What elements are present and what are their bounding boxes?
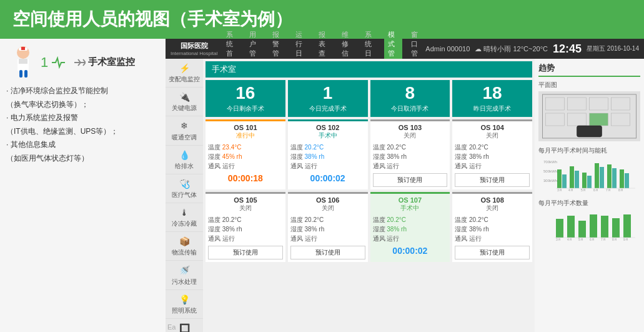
room-107-timer: 00:00:02 <box>373 246 448 256</box>
chart2-svg: 3月 4月 5月 6月 7月 8月 9月 <box>538 209 638 241</box>
feature-4: （IT供电、绝缘监测、UPS等）； <box>6 125 159 139</box>
weather-label: ☁ 晴转小雨 12°C~20°C <box>475 44 548 54</box>
sidebar-item-cold[interactable]: 🌡 冷冻冷藏 <box>166 203 203 232</box>
feature-6: （如医用气体状态灯等） <box>6 152 159 166</box>
svg-text:4月: 4月 <box>567 238 572 241</box>
sidebar-item-water[interactable]: 💧 给排水 <box>166 146 203 174</box>
sidebar-item-key-power[interactable]: 🔌 关键电源 <box>166 88 203 116</box>
stat-label-cancelled: 今日取消手术 <box>373 104 448 113</box>
feature-1: · 洁净环境综合监控及节能控制 <box>6 84 159 98</box>
r104-hum: 38% rh <box>469 153 489 160</box>
key-power-icon: 🔌 <box>168 91 201 103</box>
svg-rect-15 <box>568 113 587 126</box>
content-area: 手术室 16 今日剩余手术 1 今日完成手术 8 今日取消手术 <box>203 59 535 332</box>
r106-vent: 运行 <box>305 235 317 242</box>
room-os106: OS 106 关闭 温度 20.2°C 湿度 38% rh 通风 运行 预订使用 <box>288 192 368 262</box>
stat-number-completed: 1 <box>290 84 365 103</box>
book-btn-105[interactable]: 预订使用 <box>208 246 283 259</box>
nav-right: Admin 000010 ☁ 晴转小雨 12°C~20°C 12:45 星期五 … <box>425 43 639 56</box>
sidebar-nav: ⚡ 变配电监控 🔌 关键电源 ❄ 暖通空调 💧 给排水 🩺 医疗气体 <box>166 59 203 332</box>
r101-temp: 23.4°C <box>222 144 242 151</box>
date-label: 星期五 2016-10-14 <box>587 44 639 53</box>
sidebar-item-lighting[interactable]: 💡 照明系统 <box>166 290 203 319</box>
sidebar-item-logistics[interactable]: 📦 物流传输 <box>166 232 203 261</box>
r106-hum: 38% rh <box>305 226 325 233</box>
svg-rect-17 <box>612 113 630 126</box>
svg-rect-23 <box>570 166 574 188</box>
svg-text:7月: 7月 <box>606 188 611 191</box>
svg-rect-26 <box>607 164 612 188</box>
room-106-id: OS 106 <box>290 196 365 204</box>
r106-temp: 20.2°C <box>305 216 324 223</box>
svg-text:9月: 9月 <box>623 238 628 241</box>
r103-temp: 20.2°C <box>387 144 406 151</box>
r105-temp: 20.2°C <box>222 216 242 223</box>
room-101-status: 准行中 <box>208 131 283 140</box>
r108-hum: 38% rh <box>469 226 489 233</box>
content-title: 手术室 <box>206 61 532 78</box>
svg-rect-18 <box>577 126 602 137</box>
room-105-id: OS 105 <box>208 196 283 204</box>
panel-title: 手术室监控 <box>88 56 135 68</box>
svg-rect-10 <box>546 98 565 110</box>
book-btn-108[interactable]: 预订使用 <box>455 246 530 259</box>
r103-vent: 运行 <box>387 163 399 169</box>
svg-rect-13 <box>612 98 630 110</box>
hospital-name-cn: 国际医院 <box>181 41 208 51</box>
svg-text:5月: 5月 <box>581 188 586 191</box>
clock: 12:45 <box>553 43 582 56</box>
book-btn-104[interactable]: 预订使用 <box>455 173 530 187</box>
room-103-data: 温度 20.2°C 湿度 38% rh 通风 运行 <box>373 143 448 171</box>
svg-rect-44 <box>590 214 597 238</box>
chart1-svg: 700kWh 500kWh 300kWh <box>538 157 638 191</box>
room-os104: OS 104 关闭 温度 20.2°C 湿度 38% rh 通风 运行 预订使用 <box>452 119 532 189</box>
room-108-status: 关闭 <box>455 204 530 213</box>
chart-surgeries: 每月平均手术数量 3月 4月 5月 6月 7月 <box>538 199 640 243</box>
sidebar-item-power[interactable]: ⚡ 变配电监控 <box>166 59 203 88</box>
stat-number-yesterday: 18 <box>455 84 530 103</box>
svg-rect-28 <box>562 174 567 188</box>
svg-rect-33 <box>625 173 629 188</box>
svg-rect-6 <box>21 49 25 50</box>
right-panel: 趋势 平面图 <box>535 59 644 332</box>
water-icon: 💧 <box>168 149 201 161</box>
svg-rect-29 <box>575 171 579 188</box>
r104-temp: 20.2°C <box>469 144 488 151</box>
svg-text:5月: 5月 <box>578 238 583 241</box>
book-btn-103[interactable]: 预订使用 <box>373 173 448 187</box>
svg-rect-43 <box>578 221 586 238</box>
hospital-name-en: International Hospital <box>171 51 217 56</box>
svg-text:8月: 8月 <box>618 188 623 191</box>
svg-rect-41 <box>556 219 563 238</box>
feature-2: （换气率状态切换等）； <box>6 98 159 112</box>
room-102-id: OS 102 <box>290 124 365 131</box>
r101-vent: 运行 <box>222 163 235 169</box>
room-107-status: 手术中 <box>373 204 448 213</box>
r102-temp: 20.2°C <box>305 144 324 151</box>
r104-vent: 运行 <box>469 163 482 169</box>
room-102-timer: 00:00:02 <box>290 173 365 183</box>
sidebar-item-hvac[interactable]: ❄ 暖通空调 <box>166 116 203 145</box>
book-btn-106[interactable]: 预订使用 <box>290 246 365 259</box>
room-os108: OS 108 关闭 温度 20.2°C 湿度 38% rh 通风 运行 预订使用 <box>452 192 532 262</box>
sidebar-item-gas[interactable]: 🩺 医疗气体 <box>166 174 203 203</box>
chart2-title: 每月平均手术数量 <box>538 199 640 208</box>
room-108-id: OS 108 <box>455 196 530 204</box>
r107-vent: 运行 <box>387 235 399 242</box>
svg-rect-32 <box>612 168 617 188</box>
room-os103: OS 103 关闭 温度 20.2°C 湿度 38% rh 通风 运行 预订使用 <box>370 119 450 189</box>
svg-text:3月: 3月 <box>556 238 561 241</box>
room-101-timer: 00:00:18 <box>208 173 283 183</box>
svg-rect-25 <box>595 163 599 188</box>
nurse-section: 1 手术室监控 <box>6 45 159 79</box>
page-title: 空间使用人员的视图（手术室为例） <box>12 8 292 31</box>
r105-hum: 38% rh <box>222 226 242 233</box>
stats-row: 16 今日剩余手术 1 今日完成手术 8 今日取消手术 18 昨日完成手术 <box>206 80 532 117</box>
chart-energy: 每月平均手术时间与能耗 700kWh 500kWh 300kWh <box>538 146 640 194</box>
feature-5: · 其他信息集成 <box>6 138 159 152</box>
sidebar-item-sewage[interactable]: 🚿 污水处理 <box>166 261 203 289</box>
svg-text:3月: 3月 <box>557 188 562 191</box>
cold-icon: 🌡 <box>168 207 201 218</box>
svg-rect-46 <box>612 218 620 238</box>
svg-rect-2 <box>19 59 27 64</box>
